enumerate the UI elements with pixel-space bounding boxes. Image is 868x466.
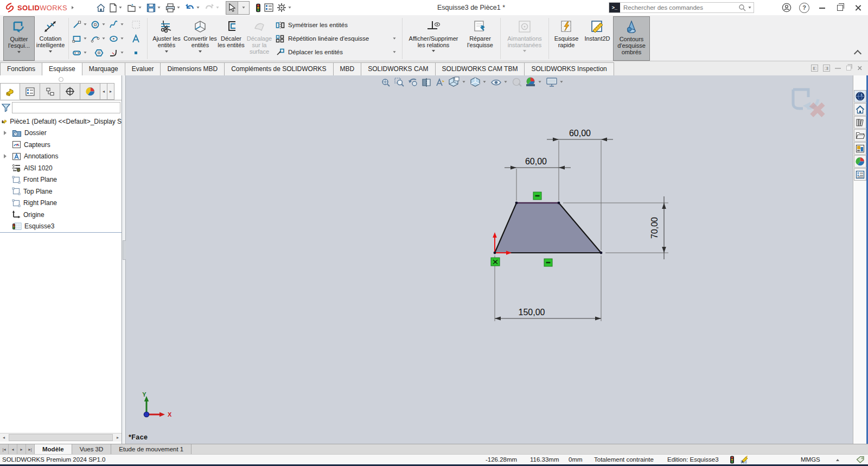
sketch-edit-indicator-icon[interactable] (739, 456, 749, 465)
mirror-entities-button[interactable]: Symétriser les entités (276, 20, 398, 30)
tree-filter-input[interactable] (12, 102, 120, 113)
scrollbar-thumb[interactable] (9, 434, 113, 441)
tab-dimxpert[interactable] (60, 83, 80, 100)
tab-esquisse[interactable]: Esquisse (42, 62, 82, 75)
graphics-viewport[interactable]: 60,00 60,00 70,00 150,00 (126, 75, 853, 444)
tab-scroll-next[interactable]: ▸ (17, 444, 26, 454)
sketch-status-button[interactable] (254, 1, 263, 14)
units-indicator[interactable]: MMGS (801, 456, 820, 463)
select-tool-button[interactable] (226, 2, 238, 14)
point-tool[interactable] (126, 46, 145, 60)
horizontal-relation-icon[interactable] (544, 259, 552, 266)
slot-dropdown[interactable] (84, 52, 86, 53)
polygon-tool[interactable] (90, 46, 108, 60)
instant2d-button[interactable]: Instant2D (582, 16, 613, 61)
restore-button[interactable] (831, 0, 849, 15)
units-dropdown-icon[interactable] (836, 459, 839, 461)
trim-entities-button[interactable]: Ajuster les entités (150, 16, 183, 61)
tab-dimensions-mbd[interactable]: Dimensions MBD (160, 62, 225, 75)
ellipse-tool[interactable] (108, 31, 126, 46)
design-library-tab[interactable] (854, 116, 866, 129)
exit-sketch-dropdown[interactable] (17, 51, 21, 53)
fillet-tool[interactable] (108, 46, 126, 60)
save-button[interactable] (145, 1, 164, 14)
tab-complements[interactable]: Compléments de SOLIDWORKS (224, 62, 333, 75)
collapse-ribbon-button[interactable] (854, 50, 861, 58)
search-input[interactable] (620, 4, 738, 11)
tab-solidworks-inspection[interactable]: SOLIDWORKS Inspection (524, 62, 614, 75)
tree-item-top-plane[interactable]: Top Plane (0, 186, 122, 197)
print-dropdown[interactable] (177, 7, 180, 8)
tab-solidworks-cam-tbm[interactable]: SOLIDWORKS CAM TBM (435, 62, 525, 75)
search-icon[interactable] (738, 4, 746, 12)
spline-dropdown[interactable] (120, 23, 123, 25)
tree-item-esquisse3[interactable]: Esquisse3 (0, 221, 122, 233)
tags-icon[interactable] (856, 456, 865, 465)
rectangle-dropdown[interactable] (84, 37, 86, 39)
scenes-tab[interactable] (854, 155, 866, 168)
sketch-canvas[interactable]: 60,00 60,00 70,00 150,00 (126, 75, 853, 444)
spline-tool[interactable] (108, 17, 126, 31)
rapid-sketch-button[interactable]: Esquisse rapide (551, 16, 582, 61)
tree-item-annotations[interactable]: Annotations (0, 151, 122, 163)
tree-item-front-plane[interactable]: Front Plane (0, 174, 122, 186)
scroll-left-icon[interactable]: ◂ (0, 434, 8, 442)
help-button[interactable]: ? (795, 0, 813, 15)
sketch-region[interactable] (495, 203, 601, 253)
account-button[interactable] (777, 0, 795, 15)
tree-item-material[interactable]: AISI 1020 (0, 162, 122, 174)
move-entities-button[interactable]: Déplacer les entités (276, 47, 398, 58)
dimension-top[interactable]: 60,00 (569, 129, 591, 138)
new-document-button[interactable] (107, 1, 125, 14)
views3d-tab[interactable]: Vues 3D (72, 444, 112, 454)
pane-right-icon[interactable]: ◨ (823, 65, 830, 72)
linear-pattern-button[interactable]: Répétition linéaire d'esquisse (276, 33, 398, 44)
tree-item-origine[interactable]: Origine (0, 209, 122, 221)
trim-entities-dropdown[interactable] (165, 50, 168, 53)
custom-properties-tab[interactable] (854, 168, 866, 181)
tab-feature-tree[interactable] (0, 83, 20, 100)
text-tool[interactable] (126, 31, 145, 46)
tab-property-manager[interactable] (20, 83, 40, 100)
expand-icon[interactable] (4, 131, 7, 135)
file-explorer-tab[interactable] (854, 129, 866, 142)
tree-item-right-plane[interactable]: Right Plane (0, 197, 122, 209)
home-tab[interactable] (854, 103, 866, 116)
dimension-middle[interactable]: 60,00 (525, 157, 547, 166)
save-dropdown[interactable] (157, 7, 160, 8)
dimension-right[interactable]: 70,00 (650, 217, 659, 239)
circle-tool[interactable] (90, 17, 108, 31)
display-relations-dropdown[interactable] (432, 50, 435, 52)
tab-marquage[interactable]: Marquage (82, 62, 125, 75)
dimension-bottom[interactable]: 150,00 (519, 308, 545, 317)
appearances-tab[interactable] (854, 142, 866, 155)
fixed-relation-icon[interactable] (491, 258, 500, 266)
convert-entities-button[interactable]: Convertir les entités (183, 16, 217, 61)
tab-display-manager[interactable] (80, 83, 100, 100)
tab-mbd[interactable]: MBD (333, 62, 362, 75)
tree-item-capteurs[interactable]: Capteurs (0, 139, 122, 151)
shaded-contours-button[interactable]: Contours d'esquisse ombrés (613, 16, 650, 61)
display-relations-button[interactable]: Afficher/Supprimer les relations (405, 16, 462, 61)
move-entities-dropdown[interactable] (393, 51, 395, 53)
ellipse-dropdown[interactable] (120, 37, 123, 39)
tab-solidworks-cam[interactable]: SOLIDWORKS CAM (361, 62, 435, 75)
horizontal-relation-icon[interactable] (533, 192, 541, 200)
home-button[interactable] (94, 1, 107, 14)
close-button[interactable] (849, 0, 867, 15)
panel-tabs-scroll-right[interactable]: ▸ (107, 83, 114, 100)
arc-dropdown[interactable] (102, 37, 105, 39)
logo-expand-icon[interactable] (72, 6, 74, 9)
tree-root[interactable]: Pièce1 (Default) <<Default>_Display S (0, 116, 122, 127)
line-tool[interactable] (71, 17, 90, 31)
line-dropdown[interactable] (84, 23, 86, 25)
tab-fonctions[interactable]: Fonctions (0, 62, 42, 75)
options-list-button[interactable] (263, 1, 275, 14)
minimize-button[interactable] (813, 0, 831, 15)
settings-dropdown[interactable] (288, 7, 291, 8)
motion-study-tab[interactable]: Etude de mouvement 1 (111, 444, 192, 454)
tab-scroll-first[interactable]: |◂ (0, 444, 9, 454)
tree-horizontal-scrollbar[interactable]: ◂ ▸ (0, 433, 122, 442)
undo-dropdown[interactable] (196, 7, 199, 8)
offset-entities-button[interactable]: Décaler les entités (217, 16, 245, 61)
